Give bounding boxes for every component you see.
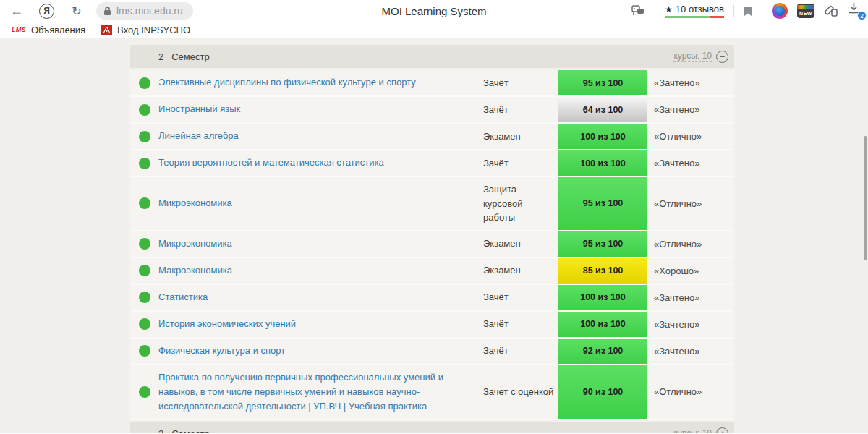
course-link[interactable]: Элективные дисциплины по физической куль… xyxy=(158,75,416,90)
page-title: MOI Learning System xyxy=(381,5,486,17)
status-dot-cell xyxy=(130,312,158,337)
course-row: Макроэкономика Экзамен 85 из 100 «Хорошо… xyxy=(130,258,734,285)
score-badge: 100 из 100 xyxy=(558,285,647,310)
bookmarks-bar: LMS Объявления Вход.INPSYCHO xyxy=(0,22,868,38)
assessment-type: Экзамен xyxy=(483,231,558,257)
course-link[interactable]: Линейная алгебра xyxy=(158,129,239,143)
grades-table: 2 Семестр курсы: 10 − Элективные дисципл… xyxy=(130,45,734,433)
star-icon: ★ xyxy=(665,4,673,14)
rating-negative-segment xyxy=(710,16,724,18)
semester-3-header: 3 Семестр курсы: 10 + xyxy=(130,422,734,433)
status-dot-icon xyxy=(139,77,150,89)
grade-text: «Зачтено» xyxy=(647,312,734,337)
status-dot-icon xyxy=(139,197,150,209)
score-badge: 64 из 100 xyxy=(558,97,647,122)
score-badge: 95 из 100 xyxy=(558,231,647,257)
assessment-type: Зачёт xyxy=(483,339,558,364)
course-row: Статистика Зачёт 100 из 100 «Зачтено» xyxy=(130,285,734,312)
status-dot-cell xyxy=(130,124,158,149)
course-link[interactable]: Микроэкономика xyxy=(158,237,232,251)
lock-icon xyxy=(103,7,111,16)
semester-2-header: 2 Семестр курсы: 10 − xyxy=(130,45,734,68)
score-badge: 90 из 100 xyxy=(558,365,647,419)
collections-tag-icon[interactable] xyxy=(824,5,838,17)
grade-text: «Отлично» xyxy=(647,365,734,419)
grade-text: «Отлично» xyxy=(647,124,734,149)
page-scrollbar-thumb[interactable] xyxy=(864,136,867,260)
semester-number: 3 xyxy=(130,428,163,433)
status-dot-icon xyxy=(139,158,150,169)
status-dot-cell xyxy=(130,150,158,176)
status-dot-icon xyxy=(139,104,150,116)
grade-text: «Зачтено» xyxy=(647,97,734,122)
status-dot-icon xyxy=(139,238,150,250)
back-button[interactable]: ← xyxy=(9,4,25,19)
assessment-type: Зачёт xyxy=(483,150,558,176)
status-dot-icon xyxy=(139,292,150,303)
status-dot-cell xyxy=(130,231,158,257)
score-badge: 95 из 100 xyxy=(558,177,647,230)
course-row: Иностранный язык Зачёт 64 из 100 «Зачтен… xyxy=(130,97,734,124)
expand-semester-icon[interactable]: + xyxy=(716,427,728,433)
browser-toolbar: ← Я ↻ lms.moi.edu.ru MOI Learning System… xyxy=(0,0,868,22)
course-link[interactable]: История экономических учений xyxy=(158,317,296,331)
reviews-rating-bar xyxy=(665,16,724,18)
status-dot-icon xyxy=(139,386,150,398)
status-dot-cell xyxy=(130,258,158,284)
course-rows: Элективные дисциплины по физической куль… xyxy=(130,70,734,420)
assessment-type: Защита курсовой работы xyxy=(483,177,558,230)
course-link[interactable]: Иностранный язык xyxy=(158,102,240,116)
grade-text: «Зачтено» xyxy=(647,70,734,95)
yandex-browser-icon[interactable]: Я xyxy=(39,4,54,19)
toolbar-right: ★ 10 отзывов NEW xyxy=(631,0,864,22)
semester-label: Семестр xyxy=(163,51,209,62)
extension-core xyxy=(775,6,785,16)
status-dot-icon xyxy=(139,131,150,142)
inpsycho-favicon xyxy=(101,25,112,35)
divider xyxy=(655,5,655,17)
assessment-type: Зачёт xyxy=(483,70,558,95)
status-dot-cell xyxy=(130,70,158,95)
status-dot-cell xyxy=(130,339,158,364)
semester-number: 2 xyxy=(130,51,163,62)
refresh-icon[interactable]: ↻ xyxy=(69,4,85,18)
course-link[interactable]: Практика по получению первичных професси… xyxy=(158,370,461,414)
grade-text: «Зачтено» xyxy=(647,339,734,364)
course-link[interactable]: Теория вероятностей и математическая ста… xyxy=(158,156,384,170)
score-badge: 92 из 100 xyxy=(558,339,647,364)
score-badge: 100 из 100 xyxy=(558,312,647,337)
course-link[interactable]: Макроэкономика xyxy=(158,263,232,278)
collapse-semester-icon[interactable]: − xyxy=(716,51,728,63)
site-reviews[interactable]: ★ 10 отзывов xyxy=(665,4,724,18)
course-link[interactable]: Микроэкономика xyxy=(158,196,232,210)
courses-count-link[interactable]: курсы: 10 xyxy=(673,428,712,433)
status-dot-icon xyxy=(139,345,150,357)
reviews-label: 10 отзывов xyxy=(676,4,724,14)
grade-text: «Отлично» xyxy=(647,177,734,230)
course-row: Микроэкономика Экзамен 95 из 100 «Отличн… xyxy=(130,231,734,258)
divider xyxy=(762,5,762,17)
extension-browser-icon[interactable] xyxy=(772,3,788,19)
status-dot-icon xyxy=(139,265,150,276)
course-row: Практика по получению первичных професси… xyxy=(130,365,734,420)
status-dot-cell xyxy=(130,177,158,230)
course-row: Теория вероятностей и математическая ста… xyxy=(130,150,734,177)
extension-new-icon[interactable]: NEW xyxy=(797,4,814,18)
status-dot-cell xyxy=(130,365,158,419)
course-link[interactable]: Статистика xyxy=(158,290,208,305)
address-bar[interactable]: lms.moi.edu.ru xyxy=(96,2,193,20)
bookmark-icon[interactable] xyxy=(744,6,752,17)
site-permissions-icon[interactable] xyxy=(631,5,645,17)
assessment-type: Экзамен xyxy=(483,124,558,149)
assessment-type: Зачёт xyxy=(483,312,558,337)
url-text: lms.moi.edu.ru xyxy=(116,5,183,17)
new-label: NEW xyxy=(799,9,812,18)
bookmark-announcements[interactable]: LMS Объявления xyxy=(7,25,90,35)
rating-positive-segment xyxy=(665,16,709,18)
download-count-badge: 2 xyxy=(857,11,867,20)
course-row: История экономических учений Зачёт 100 и… xyxy=(130,312,734,339)
downloads-icon[interactable]: 2 xyxy=(848,2,864,20)
course-link[interactable]: Физическая культура и спорт xyxy=(158,344,285,358)
courses-count-link[interactable]: курсы: 10 xyxy=(673,51,712,62)
bookmark-inpsycho-login[interactable]: Вход.INPSYCHO xyxy=(97,25,195,35)
